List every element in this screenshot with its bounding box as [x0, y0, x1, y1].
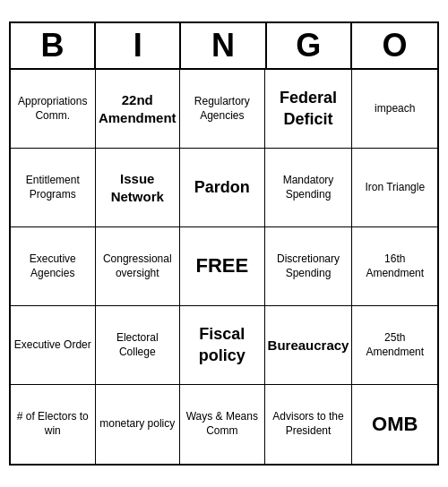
bingo-cell-9: Iron Triangle	[352, 149, 437, 227]
bingo-cell-12: FREE	[180, 227, 265, 306]
bingo-cell-8: Mandatory Spending	[265, 149, 353, 227]
bingo-cell-22: Ways & Means Comm	[180, 385, 265, 464]
bingo-letter-n: N	[181, 23, 266, 68]
bingo-letter-g: G	[267, 23, 352, 68]
bingo-cell-18: Bureaucracy	[265, 306, 353, 385]
bingo-cell-21: monetary policy	[96, 385, 181, 464]
bingo-letter-o: O	[352, 23, 437, 68]
bingo-cell-19: 25th Amendment	[352, 306, 437, 385]
bingo-cell-24: OMB	[352, 385, 437, 464]
bingo-cell-2: Regulartory Agencies	[180, 70, 265, 149]
bingo-cell-11: Congressional oversight	[96, 227, 181, 306]
bingo-cell-0: Appropriations Comm.	[11, 70, 96, 149]
bingo-cell-16: Electoral College	[96, 306, 181, 385]
bingo-cell-13: Discretionary Spending	[265, 227, 353, 306]
bingo-cell-4: impeach	[352, 70, 437, 149]
bingo-header: BINGO	[11, 23, 437, 70]
bingo-cell-14: 16th Amendment	[352, 227, 437, 306]
bingo-grid: Appropriations Comm.22nd AmendmentRegula…	[11, 70, 437, 464]
bingo-cell-23: Advisors to the President	[265, 385, 353, 464]
bingo-card: BINGO Appropriations Comm.22nd Amendment…	[9, 21, 439, 466]
bingo-cell-15: Executive Order	[11, 306, 96, 385]
bingo-cell-20: # of Electors to win	[11, 385, 96, 464]
bingo-cell-10: Executive Agencies	[11, 227, 96, 306]
bingo-cell-5: Entitlement Programs	[11, 149, 96, 227]
bingo-cell-17: Fiscal policy	[180, 306, 265, 385]
bingo-cell-1: 22nd Amendment	[96, 70, 181, 149]
bingo-letter-b: B	[11, 23, 96, 68]
bingo-letter-i: I	[96, 23, 181, 68]
bingo-cell-3: Federal Deficit	[265, 70, 353, 149]
bingo-cell-6: Issue Network	[96, 149, 181, 227]
bingo-cell-7: Pardon	[180, 149, 265, 227]
